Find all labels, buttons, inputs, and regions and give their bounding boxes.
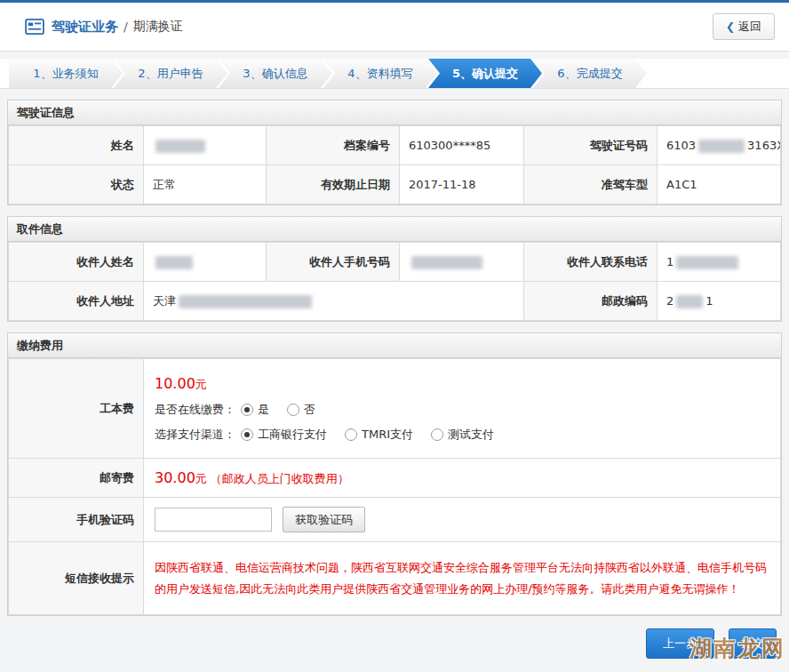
page-header: 驾驶证业务 / 期满换证 ❮ 返回 — [0, 3, 789, 51]
table-row: 手机验证码 获取验证码 — [9, 498, 781, 542]
get-sms-code-button[interactable]: 获取验证码 — [283, 507, 365, 532]
cost-fee-value: 10.00 — [155, 375, 195, 392]
recipient-mobile-label: 收件人手机号码 — [267, 243, 400, 282]
wizard-steps: 1、业务须知 2、用户申告 3、确认信息 4、资料填写 5、确认提交 6、完成提… — [0, 59, 789, 89]
redacted-zip — [676, 295, 703, 308]
channel-tmri-option[interactable]: TMRI支付 — [345, 427, 413, 443]
online-pay-row: 是否在线缴费： 是 否 — [155, 402, 769, 418]
redacted-license-number — [698, 140, 745, 153]
online-pay-no-option[interactable]: 否 — [287, 402, 315, 418]
step-6-finish-submit: 6、完成提交 — [533, 59, 647, 88]
back-chevron-icon: ❮ — [726, 20, 735, 33]
redacted-address — [179, 295, 312, 308]
online-pay-yes-option[interactable]: 是 — [241, 402, 269, 418]
step-label: 6、完成提交 — [557, 66, 622, 82]
sms-code-label: 手机验证码 — [9, 498, 144, 542]
channel-icbc-label: 工商银行支付 — [258, 427, 327, 443]
table-row: 收件人姓名 收件人手机号码 收件人联系电话 1 — [9, 243, 781, 282]
step-label: 5、确认提交 — [452, 66, 518, 82]
breadcrumb-current: 期满换证 — [133, 19, 183, 35]
site-watermark: 湖南龙网 — [689, 634, 785, 663]
breadcrumb-separator: / — [124, 20, 128, 34]
step-label: 2、用户申告 — [138, 66, 203, 82]
cost-fee-amount: 10.00元 — [155, 375, 769, 393]
radio-no-icon[interactable] — [287, 404, 299, 416]
pickup-info-table: 收件人姓名 收件人手机号码 收件人联系电话 1 收件人地址 天津 邮政编码 21 — [8, 242, 781, 321]
table-row: 工本费 10.00元 是否在线缴费： 是 否 选择支付渠道： 工商银行支付 TM… — [9, 359, 781, 459]
name-label: 姓名 — [9, 126, 144, 165]
vehicle-class-value: A1C1 — [658, 165, 781, 204]
recipient-address-value: 天津 — [144, 282, 524, 321]
step-label: 4、资料填写 — [347, 66, 412, 82]
license-number-value: 61033163X — [658, 126, 781, 165]
license-number-prefix: 6103 — [666, 139, 696, 152]
sms-code-input[interactable] — [155, 508, 272, 532]
pickup-info-section: 取件信息 收件人姓名 收件人手机号码 收件人联系电话 1 收件人地址 天津 邮政… — [7, 216, 782, 322]
payment-section: 缴纳费用 工本费 10.00元 是否在线缴费： 是 否 选择支付渠道： 工商银行… — [7, 332, 782, 616]
table-row: 邮寄费 30.00元（邮政人员上门收取费用） — [9, 459, 781, 498]
channel-test-label: 测试支付 — [448, 427, 494, 443]
radio-icbc-icon[interactable] — [241, 428, 253, 441]
table-row: 状态 正常 有效期止日期 2017-11-18 准驾车型 A1C1 — [9, 165, 781, 204]
online-pay-no-label: 否 — [304, 402, 315, 418]
step-label: 3、确认信息 — [243, 66, 307, 82]
back-button[interactable]: ❮ 返回 — [713, 13, 775, 40]
online-pay-question: 是否在线缴费： — [155, 402, 235, 418]
license-info-section: 驾驶证信息 姓名 档案编号 610300****85 驾驶证号码 6103316… — [7, 100, 782, 205]
mail-fee-label: 邮寄费 — [9, 459, 144, 498]
pickup-info-section-title: 取件信息 — [8, 217, 781, 242]
table-row: 姓名 档案编号 610300****85 驾驶证号码 61033163X — [9, 126, 781, 165]
channel-test-option[interactable]: 测试支付 — [431, 427, 494, 443]
file-number-label: 档案编号 — [267, 126, 400, 165]
sms-code-cell: 获取验证码 — [144, 498, 781, 542]
payment-table: 工本费 10.00元 是否在线缴费： 是 否 选择支付渠道： 工商银行支付 TM… — [8, 358, 781, 615]
license-renewal-page: { "colors": { "accent_blue": "#2a6db0", … — [0, 0, 789, 672]
pay-channel-row: 选择支付渠道： 工商银行支付 TMRI支付 测试支付 — [155, 427, 769, 443]
radio-tmri-icon[interactable] — [345, 428, 357, 441]
recipient-address-label: 收件人地址 — [9, 282, 144, 321]
header-divider — [0, 51, 789, 52]
pay-channel-question: 选择支付渠道： — [155, 427, 235, 443]
mail-fee-value: 30.00 — [155, 469, 195, 486]
license-number-suffix: 3163X — [747, 139, 780, 152]
table-row: 收件人地址 天津 邮政编码 21 — [9, 282, 781, 321]
recipient-name-label: 收件人姓名 — [9, 243, 144, 282]
vehicle-class-label: 准驾车型 — [524, 165, 658, 204]
step-label: 1、业务须知 — [33, 66, 98, 82]
id-card-icon — [25, 19, 44, 35]
cost-fee-label: 工本费 — [9, 359, 144, 459]
channel-tmri-label: TMRI支付 — [362, 427, 413, 443]
payment-section-title: 缴纳费用 — [8, 333, 781, 358]
mail-fee-cell: 30.00元（邮政人员上门收取费用） — [144, 459, 781, 498]
mail-fee-note: （邮政人员上门收取费用） — [211, 472, 349, 485]
radio-test-icon[interactable] — [431, 428, 443, 441]
step-1-business-notice: 1、业务须知 — [9, 59, 123, 88]
address-prefix: 天津 — [153, 294, 176, 308]
recipient-tel-label: 收件人联系电话 — [524, 243, 658, 282]
zip-code-label: 邮政编码 — [524, 282, 658, 321]
step-4-fill-data: 4、资料填写 — [323, 59, 437, 88]
license-number-label: 驾驶证号码 — [524, 126, 658, 165]
table-row: 短信接收提示 因陕西省联通、电信运营商技术问题，陕西省互联网交通安全综合服务管理… — [9, 542, 781, 615]
recipient-mobile-value — [400, 243, 524, 282]
status-label: 状态 — [9, 165, 144, 204]
file-number-value: 610300****85 — [400, 126, 524, 165]
license-info-section-title: 驾驶证信息 — [8, 100, 781, 125]
back-button-label: 返回 — [738, 19, 761, 35]
online-pay-yes-label: 是 — [258, 402, 269, 418]
redacted-recipient-name — [155, 256, 193, 269]
recipient-name-value — [144, 243, 267, 282]
status-value: 正常 — [144, 165, 267, 204]
zip-prefix: 2 — [666, 294, 673, 308]
license-info-table: 姓名 档案编号 610300****85 驾驶证号码 61033163X 状态 … — [8, 125, 781, 204]
channel-icbc-option[interactable]: 工商银行支付 — [241, 427, 327, 443]
redacted-tel — [676, 256, 738, 269]
mail-fee-unit: 元 — [195, 472, 207, 485]
page-title: 驾驶证业务 — [52, 19, 118, 36]
zip-code-value: 21 — [658, 282, 781, 321]
expiry-label: 有效期止日期 — [267, 165, 400, 204]
radio-yes-icon[interactable] — [241, 404, 253, 416]
name-value — [144, 126, 267, 165]
tel-prefix: 1 — [666, 255, 673, 268]
sms-notice-label: 短信接收提示 — [9, 542, 144, 615]
